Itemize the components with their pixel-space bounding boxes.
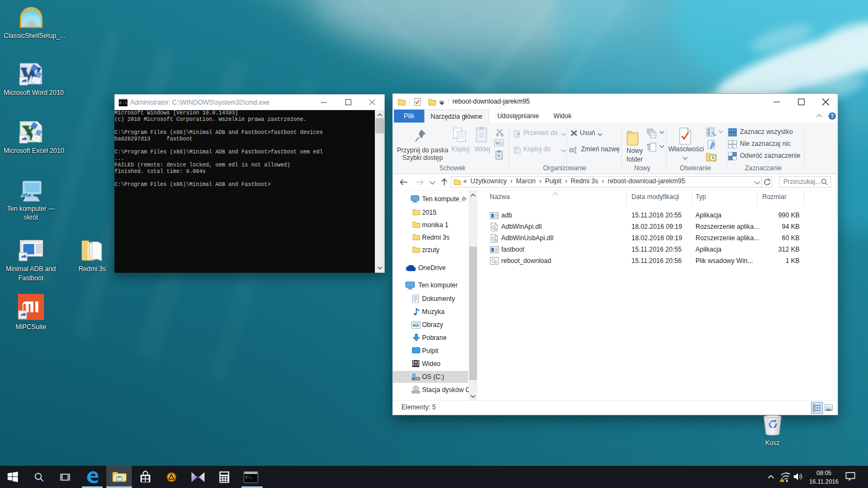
svg-text:!: ! (781, 478, 782, 482)
svg-text:?: ? (831, 113, 834, 119)
svg-text:C:\: C:\ (119, 100, 127, 105)
svg-text:W: W (495, 140, 500, 146)
svg-text:C:\_: C:\_ (246, 476, 253, 479)
